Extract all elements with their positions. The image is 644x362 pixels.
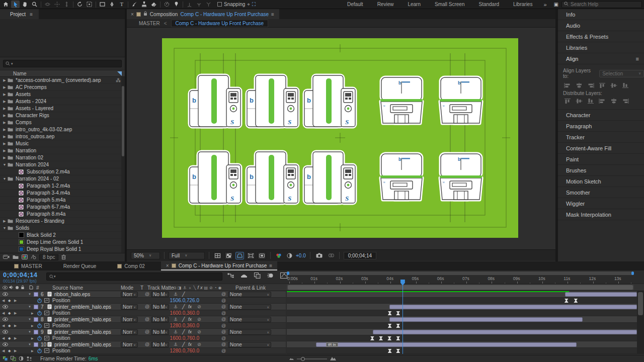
project-item[interactable]: Deep Lime Green Solid 1 (0, 239, 125, 246)
rectangle-tool-icon[interactable] (98, 1, 107, 8)
selection-tool-icon[interactable] (11, 1, 20, 8)
resolution-select[interactable]: Full∨ (169, 252, 205, 259)
keyframe-icon[interactable] (388, 311, 392, 316)
pan-behind-tool-icon[interactable] (85, 1, 94, 8)
layer-duration-bar[interactable] (565, 292, 637, 297)
panel-tab-motion-sketch[interactable]: Motion Sketch (558, 176, 644, 187)
panel-tab-info[interactable]: Info (558, 9, 644, 20)
caret-down-icon[interactable]: ▼ (2, 226, 7, 230)
project-item[interactable]: Paragraph 5.m4a (0, 197, 125, 204)
graph-toggle-icon[interactable] (44, 298, 49, 304)
layer-name[interactable]: ribbon_halo.eps (54, 291, 90, 298)
mode-column[interactable]: Mode (121, 285, 133, 291)
source-name-column[interactable]: Source Name (52, 285, 83, 291)
rotation-tool-icon[interactable] (75, 1, 84, 8)
interpret-footage-icon[interactable] (3, 254, 10, 260)
workspace-switcher-icon[interactable]: ▣ (554, 2, 558, 7)
timeline-tab-comp-02[interactable]: Comp 02 (112, 261, 150, 270)
layer-name[interactable]: printer_emblem_halo.eps (54, 304, 111, 310)
caret-right-icon[interactable]: ▶ (2, 85, 7, 89)
quality-switch-icon[interactable]: ⚓ (174, 329, 178, 335)
next-keyframe-icon[interactable]: ▶ (14, 348, 17, 354)
timeline-property-row[interactable]: ◀◆▶▶Position1600.0,760.0@ (0, 335, 286, 342)
number-column[interactable]: # (36, 285, 39, 291)
clone-stamp-tool-icon[interactable] (140, 1, 148, 8)
toggle-blend-modes-icon[interactable] (3, 356, 8, 362)
quality-switch-icon[interactable]: ⚓ (174, 291, 178, 298)
blend-mode-select[interactable]: Norr∨ (121, 341, 138, 348)
track-matte-select[interactable]: No M∨ (151, 316, 169, 323)
layer-expand-caret[interactable]: ▼ (28, 329, 31, 335)
keyframe-icon[interactable] (379, 336, 383, 341)
caret-right-icon[interactable]: ▶ (2, 78, 7, 82)
toggle-parent-icon[interactable] (26, 356, 32, 362)
panel-tab-mask-interpolation[interactable]: Mask Interpolation (558, 209, 644, 220)
track-matte-pickwhip-icon[interactable]: @ (145, 291, 149, 298)
panel-tab-effects-presets[interactable]: Effects & Presets (558, 31, 644, 42)
panel-tab-wiggler[interactable]: Wiggler (558, 198, 644, 209)
lock-column-icon[interactable] (21, 285, 25, 291)
composition-canvas[interactable]: bSbu (162, 38, 518, 238)
prev-keyframe-icon[interactable]: ◀ (2, 335, 5, 342)
panel-tab-align[interactable]: Align≡ (558, 53, 644, 64)
layer-name[interactable]: printer_emblem_halo.eps (54, 329, 111, 335)
graph-toggle-icon[interactable] (44, 335, 49, 342)
property-expand-caret[interactable]: ▶ (31, 335, 34, 342)
expression-pickwhip-icon[interactable]: @ (221, 323, 226, 329)
audio-column-icon[interactable] (9, 285, 14, 291)
property-name[interactable]: Position (52, 310, 70, 317)
keyframe-icon[interactable] (388, 324, 392, 328)
graph-editor-icon[interactable] (280, 273, 287, 280)
caret-right-icon[interactable]: ▶ (2, 156, 7, 160)
track-matte-pickwhip-icon[interactable]: @ (145, 304, 149, 310)
keyframe-icon[interactable] (370, 336, 374, 341)
expression-pickwhip-icon[interactable]: @ (221, 310, 226, 317)
viewport[interactable]: bSbu (127, 28, 555, 249)
property-expand-caret[interactable]: ▶ (31, 323, 34, 329)
project-search[interactable]: ▾ (3, 60, 122, 67)
parent-select[interactable]: None∨ (228, 291, 271, 298)
track-matte-column[interactable]: Track Matte (147, 285, 174, 291)
draft-quality-icon[interactable]: ╱ (182, 341, 185, 348)
panel-tab-paragraph[interactable]: Paragraph (558, 121, 644, 132)
brush-tool-icon[interactable] (130, 1, 139, 8)
project-item[interactable]: Subscription 2.m4a (0, 168, 125, 175)
position-value[interactable]: 1280.0,360.0 (170, 323, 199, 329)
panel-tab-smoother[interactable]: Smoother (558, 187, 644, 198)
grid-guides-icon[interactable] (213, 252, 222, 259)
property-name[interactable]: Position (52, 335, 70, 342)
caret-right-icon[interactable]: ▶ (2, 121, 7, 125)
panel-menu-icon[interactable]: ≡ (271, 12, 274, 17)
zoom-knob[interactable] (301, 357, 305, 361)
project-item[interactable]: Paragraph 6-7.m4a (0, 204, 125, 211)
timeline-layer-row[interactable]: ▼9printer_emblem_halo.epsNorr∨@No M∨⚓╱fx… (0, 329, 286, 335)
project-item[interactable]: Deep Royal Blue Solid 1 (0, 246, 125, 253)
hopper-printer-graphic[interactable] (440, 77, 482, 123)
keyframe-icon[interactable] (574, 299, 578, 303)
project-tab[interactable]: Project ≡ (0, 9, 39, 19)
draft-quality-icon[interactable]: ╱ (182, 316, 185, 323)
layer-expand-caret[interactable]: ▼ (28, 291, 31, 298)
motion-blur-icon[interactable] (267, 273, 274, 280)
timeline-tab-master[interactable]: MASTER (9, 261, 47, 270)
hopper-printer-graphic[interactable] (380, 77, 423, 123)
panel-menu-icon[interactable]: ≡ (30, 12, 33, 17)
keyframe-icon[interactable] (396, 349, 400, 353)
caret-right-icon[interactable]: ▶ (2, 107, 7, 111)
next-keyframe-icon[interactable]: ▶ (14, 335, 17, 342)
frame-blending-icon[interactable] (254, 273, 261, 280)
draft-quality-icon[interactable]: ╱ (182, 304, 185, 310)
track-matte-pickwhip-icon[interactable]: @ (145, 316, 149, 323)
help-search-input[interactable] (571, 2, 631, 7)
parent-select[interactable]: None∨ (228, 341, 271, 348)
position-value[interactable]: 1280.0,760.0 (170, 348, 199, 354)
effects-switch-icon[interactable]: fx (188, 316, 192, 323)
zoom-out-mountain-icon[interactable] (289, 356, 294, 361)
draft-quality-icon[interactable]: ╱ (182, 329, 185, 335)
scrollbar-thumb[interactable] (122, 86, 124, 156)
timeline-layer-row[interactable]: ▼6ribbon_halo.epsNorr∨@No M∨⚓╱@None∨ (0, 291, 286, 298)
puppet-pin-tool-icon[interactable] (172, 1, 181, 8)
motion-blur-switch-icon[interactable]: ⊘ (197, 304, 201, 310)
keyframe-icon[interactable] (565, 299, 569, 303)
position-value[interactable]: 1600.0,760.0 (170, 335, 199, 342)
